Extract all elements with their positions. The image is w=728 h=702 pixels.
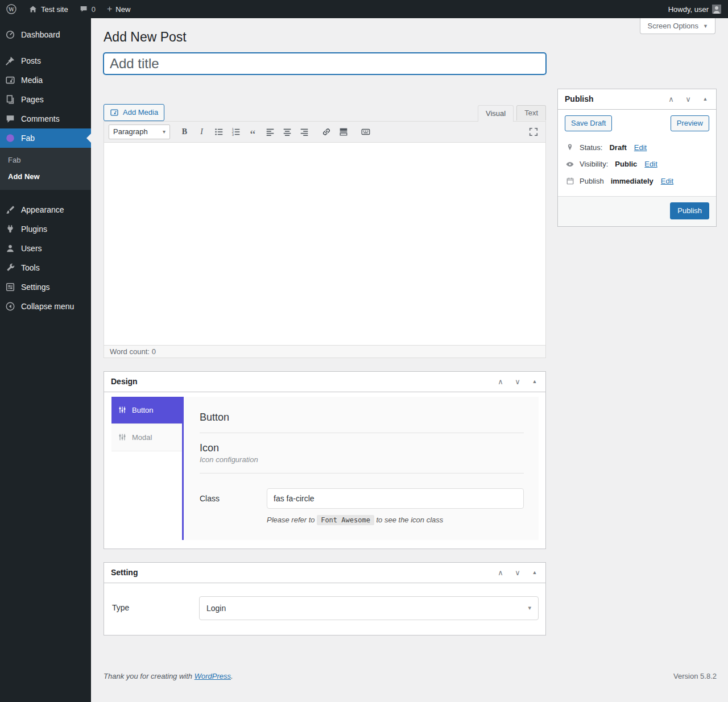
dashboard-icon xyxy=(5,29,16,40)
wp-logo-menu[interactable]: W xyxy=(0,0,23,18)
screen-options-button[interactable]: Screen Options ▼ xyxy=(640,18,715,34)
schedule-row: Publish immediately Edit xyxy=(565,173,709,189)
submenu-item-add-new[interactable]: Add New xyxy=(0,168,91,185)
howdy-label: Howdy, user xyxy=(668,5,709,14)
publish-metabox-header[interactable]: Publish ∧ ∨ ▲ xyxy=(558,89,716,110)
menu-separator xyxy=(0,44,91,51)
svg-text:W: W xyxy=(8,7,15,13)
comments-menu[interactable]: 0 xyxy=(74,0,101,18)
sidebar-item-appearance[interactable]: Appearance xyxy=(0,200,91,219)
sidebar-item-settings[interactable]: Settings xyxy=(0,277,91,297)
my-account-menu[interactable]: Howdy, user xyxy=(668,0,721,18)
divider xyxy=(200,433,524,433)
tab-text[interactable]: Text xyxy=(516,105,546,121)
page-title: Add New Post xyxy=(104,24,717,48)
sidebar-item-tools[interactable]: Tools xyxy=(0,258,91,277)
move-down-icon[interactable]: ∨ xyxy=(509,564,526,581)
publish-time-label: Publish xyxy=(580,177,604,185)
main-content: Screen Options ▼ Add New Post Add Media … xyxy=(91,18,728,702)
plugins-icon xyxy=(5,223,16,235)
toggle-panel-icon[interactable]: ▲ xyxy=(526,564,543,581)
type-select[interactable]: Login ▾ xyxy=(199,596,539,620)
new-content-menu[interactable]: + New xyxy=(101,0,136,18)
svg-text:3: 3 xyxy=(231,133,233,136)
move-up-icon[interactable]: ∧ xyxy=(663,90,680,107)
paragraph-select-value: Paragraph xyxy=(113,127,148,136)
comments-count: 0 xyxy=(92,5,96,14)
publish-button[interactable]: Publish xyxy=(670,202,709,219)
submenu-item-fab[interactable]: Fab xyxy=(0,152,91,168)
site-name-menu[interactable]: Test site xyxy=(23,0,74,18)
toolbar-toggle-icon[interactable] xyxy=(358,125,373,139)
edit-visibility-link[interactable]: Edit xyxy=(644,160,657,168)
edit-publish-time-link[interactable]: Edit xyxy=(661,177,673,185)
toggle-panel-icon[interactable]: ▲ xyxy=(526,373,543,390)
wordpress-logo-icon: W xyxy=(6,3,17,15)
numbered-list-icon[interactable]: 123 xyxy=(228,125,243,139)
wordpress-link[interactable]: WordPress xyxy=(195,672,231,680)
add-media-button[interactable]: Add Media xyxy=(104,104,164,121)
settings-icon xyxy=(5,281,16,293)
collapse-arrow-icon xyxy=(5,301,16,312)
plus-icon: + xyxy=(107,4,112,14)
caret-down-icon: ▼ xyxy=(703,23,708,29)
sidebar-item-posts[interactable]: Posts xyxy=(0,51,91,70)
preview-button[interactable]: Preview xyxy=(671,115,709,131)
bulleted-list-icon[interactable] xyxy=(211,125,226,139)
move-down-icon[interactable]: ∨ xyxy=(509,373,526,390)
edit-status-link[interactable]: Edit xyxy=(634,143,647,152)
save-draft-button[interactable]: Save Draft xyxy=(565,115,612,131)
design-metabox: Design ∧ ∨ ▲ xyxy=(104,371,546,549)
sidebar-item-pages[interactable]: Pages xyxy=(0,90,91,109)
tab-visual[interactable]: Visual xyxy=(478,105,514,122)
align-right-icon[interactable] xyxy=(296,125,312,139)
blockquote-icon[interactable]: “ xyxy=(245,125,260,139)
design-tab-modal[interactable]: Modal xyxy=(111,424,182,451)
design-metabox-title: Design xyxy=(111,377,138,386)
sidebar-item-comments[interactable]: Comments xyxy=(0,109,91,128)
editor-content-area[interactable] xyxy=(104,143,545,345)
design-tab-button[interactable]: Button xyxy=(111,397,182,424)
home-icon xyxy=(28,5,38,14)
pin-icon xyxy=(565,143,575,151)
avatar xyxy=(712,5,721,14)
sidebar-item-fab[interactable]: Fab xyxy=(0,128,91,148)
sidebar-item-collapse-menu[interactable]: Collapse menu xyxy=(0,297,91,316)
design-tab-list: Button Modal xyxy=(111,397,184,540)
icon-class-input[interactable] xyxy=(267,488,524,509)
toggle-panel-icon[interactable]: ▲ xyxy=(697,90,714,107)
type-select-value: Login xyxy=(206,604,226,613)
post-title-input[interactable] xyxy=(104,53,546,74)
design-panel: Button Icon Icon configuration Class xyxy=(184,397,539,540)
setting-metabox-header[interactable]: Setting ∧ ∨ ▲ xyxy=(104,563,545,583)
move-up-icon[interactable]: ∧ xyxy=(492,373,509,390)
italic-icon[interactable]: I xyxy=(194,125,209,139)
sliders-icon xyxy=(118,405,127,414)
help-suffix: to see the icon class xyxy=(377,516,444,524)
fab-plugin-icon xyxy=(5,132,16,144)
word-count-label: Word count: xyxy=(110,347,150,356)
move-up-icon[interactable]: ∧ xyxy=(492,564,509,581)
align-center-icon[interactable] xyxy=(279,125,295,139)
read-more-icon[interactable] xyxy=(336,125,351,139)
sidebar-item-plugins[interactable]: Plugins xyxy=(0,219,91,239)
sidebar-item-media[interactable]: Media xyxy=(0,70,91,90)
link-icon[interactable] xyxy=(318,125,334,139)
move-down-icon[interactable]: ∨ xyxy=(680,90,697,107)
sidebar-item-users[interactable]: Users xyxy=(0,239,91,258)
panel-heading: Button xyxy=(200,412,524,423)
sidebar-item-label: Users xyxy=(21,244,42,253)
sidebar-item-label: Collapse menu xyxy=(21,302,74,311)
paragraph-format-select[interactable]: Paragraph ▾ xyxy=(109,124,170,139)
bold-icon[interactable]: B xyxy=(177,125,192,139)
comment-bubble-icon xyxy=(80,5,88,14)
classic-editor: Paragraph ▾ B I 123 “ xyxy=(104,121,546,358)
thanks-suffix: . xyxy=(231,672,233,680)
sidebar-item-dashboard[interactable]: Dashboard xyxy=(0,25,91,44)
align-left-icon[interactable] xyxy=(262,125,278,139)
admin-footer: Thank you for creating with WordPress. V… xyxy=(104,672,717,680)
design-metabox-header[interactable]: Design ∧ ∨ ▲ xyxy=(104,372,545,392)
fullscreen-icon[interactable] xyxy=(526,125,541,139)
setting-metabox-title: Setting xyxy=(111,568,138,577)
post-status-row: Status: Draft Edit xyxy=(565,139,709,156)
